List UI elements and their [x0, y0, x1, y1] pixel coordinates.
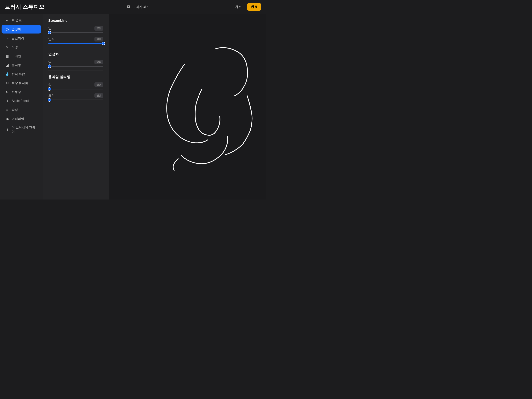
sidebar-item-label: 속성 — [12, 108, 18, 112]
sidebar-item-label: 그레인 — [12, 54, 21, 58]
sidebar-item-tip[interactable]: 〜 끝단처리 — [1, 34, 41, 42]
sidebar-item-label: 끝단처리 — [12, 36, 24, 40]
sidebar-item-label: 렌더링 — [12, 63, 21, 67]
streamline-amount-value: 없음 — [95, 26, 103, 31]
sidebar-item-label: 습식 혼합 — [12, 72, 25, 76]
sidebar-item-label: 이 브러시에 관하여 — [12, 126, 38, 134]
sidebar-item-label: 머티리얼 — [12, 117, 24, 121]
shape-icon: ✳ — [5, 45, 9, 49]
stabilization-amount-value: 없음 — [95, 60, 103, 64]
sidebar-item-properties[interactable]: ≡ 속성 — [1, 106, 41, 114]
rendering-icon: ◢ — [5, 63, 9, 67]
tip-icon: 〜 — [5, 36, 9, 40]
streamline-pressure-row: 압력 최대 — [48, 37, 103, 44]
page-title: 브러시 스튜디오 — [5, 3, 44, 11]
motion-filtering-title: 움직임 필터링 — [48, 75, 103, 79]
sidebar-item-apple-pencil[interactable]: ℹ Apple Pencil — [1, 97, 41, 105]
streamline-pressure-fill — [48, 43, 103, 44]
motion-filtering-expression-value: 없음 — [95, 93, 103, 98]
sidebar-item-label: 모양 — [12, 45, 18, 49]
motion-filtering-expression-thumb[interactable] — [48, 98, 51, 102]
dynamics-icon: ↻ — [5, 90, 9, 94]
motion-filtering-amount-value: 없음 — [95, 82, 103, 87]
stabilization-amount-thumb[interactable] — [48, 64, 51, 68]
main-layout: ↩ 획 경로 ◎ 안정화 〜 끝단처리 ✳ 모양 ▦ 그레인 ◢ 렌더링 💧 습… — [0, 14, 266, 200]
streamline-pressure-slider[interactable] — [48, 43, 103, 44]
sidebar-item-material[interactable]: ◉ 머티리얼 — [1, 115, 41, 123]
streamline-amount-slider[interactable] — [48, 32, 103, 33]
sidebar-item-dynamics[interactable]: ↻ 변동성 — [1, 88, 41, 96]
streamline-pressure-thumb[interactable] — [102, 42, 105, 45]
streamline-amount-label: 양 — [48, 26, 51, 30]
sidebar-item-stroke-path[interactable]: ↩ 획 경로 — [1, 16, 41, 25]
sidebar-item-about[interactable]: ℹ 이 브러시에 관하여 — [1, 123, 41, 136]
divider-1 — [48, 48, 103, 48]
cancel-button[interactable]: 취소 — [233, 4, 244, 10]
streamline-pressure-label: 압력 — [48, 37, 55, 41]
sidebar-item-label: 변동성 — [12, 90, 21, 94]
drawing-pad[interactable] — [109, 14, 266, 200]
sidebar-item-grain[interactable]: ▦ 그레인 — [1, 52, 41, 60]
sidebar-item-shape[interactable]: ✳ 모양 — [1, 43, 41, 51]
sidebar-item-wet-mix[interactable]: 💧 습식 혼합 — [1, 70, 41, 78]
motion-filtering-expression-label: 표현 — [48, 94, 55, 98]
streamline-amount-thumb[interactable] — [48, 31, 51, 34]
motion-filtering-amount-slider[interactable] — [48, 89, 103, 90]
stabilization-amount-slider[interactable] — [48, 66, 103, 67]
stabilization-title: 안정화 — [48, 52, 103, 57]
sidebar-item-label: 색상 움직임 — [12, 81, 28, 85]
streamline-title: StreamLine — [48, 19, 103, 23]
motion-filtering-amount-label: 양 — [48, 83, 51, 87]
drawing-pad-label: 그리기 패드 — [133, 5, 150, 9]
sidebar-item-stabilization[interactable]: ◎ 안정화 — [1, 25, 41, 33]
done-button[interactable]: 완료 — [247, 3, 261, 11]
sidebar-item-rendering[interactable]: ◢ 렌더링 — [1, 61, 41, 69]
color-dynamics-icon: ⚙ — [5, 81, 9, 85]
header: 브러시 스튜디오 그리기 패드 취소 완료 — [0, 0, 266, 14]
motion-filtering-expression-slider[interactable] — [48, 100, 103, 100]
canvas-drawing — [109, 14, 266, 200]
drawing-pad-link[interactable]: 그리기 패드 — [127, 5, 150, 9]
divider-2 — [48, 71, 103, 71]
stroke-path-icon: ↩ — [5, 18, 9, 22]
motion-filtering-expression-row: 표현 없음 — [48, 93, 103, 100]
header-actions: 취소 완료 — [233, 3, 261, 11]
sidebar: ↩ 획 경로 ◎ 안정화 〜 끝단처리 ✳ 모양 ▦ 그레인 ◢ 렌더링 💧 습… — [0, 14, 43, 200]
center-panel: StreamLine 양 없음 압력 최대 — [43, 14, 109, 200]
sidebar-item-label: 안정화 — [12, 27, 21, 31]
grain-icon: ▦ — [5, 54, 9, 58]
stabilization-section: 안정화 양 없음 — [48, 52, 103, 67]
streamline-amount-row: 양 없음 — [48, 26, 103, 33]
stabilization-amount-row: 양 없음 — [48, 60, 103, 67]
sidebar-item-color-dynamics[interactable]: ⚙ 색상 움직임 — [1, 79, 41, 87]
motion-filtering-section: 움직임 필터링 양 없음 표현 없음 — [48, 75, 103, 100]
wet-mix-icon: 💧 — [5, 72, 9, 76]
motion-filtering-amount-thumb[interactable] — [48, 87, 51, 91]
motion-filtering-amount-row: 양 없음 — [48, 82, 103, 90]
streamline-pressure-value: 최대 — [95, 37, 103, 41]
sidebar-item-label: Apple Pencil — [12, 99, 29, 103]
stabilization-amount-label: 양 — [48, 60, 51, 64]
about-icon: ℹ — [5, 128, 9, 132]
drawing-pad-icon — [127, 5, 131, 9]
apple-pencil-icon: ℹ — [5, 99, 9, 103]
properties-icon: ≡ — [5, 108, 9, 112]
sidebar-item-label: 획 경로 — [12, 18, 22, 22]
streamline-section: StreamLine 양 없음 압력 최대 — [48, 19, 103, 44]
stabilization-icon: ◎ — [5, 27, 9, 31]
material-icon: ◉ — [5, 117, 9, 121]
